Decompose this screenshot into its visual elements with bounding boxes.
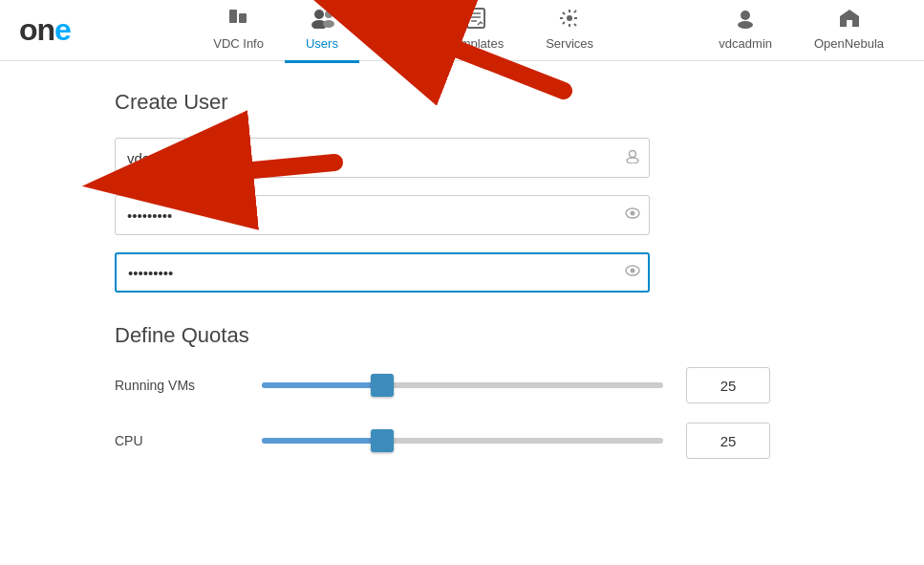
nav-templates[interactable]: Templates	[426, 0, 525, 63]
define-quotas-title: Define Quotas	[115, 323, 809, 348]
nav-right: vdcadmin OpenNebula	[698, 0, 905, 63]
running-vms-label: Running VMs	[115, 378, 239, 393]
svg-rect-6	[381, 9, 391, 18]
cpu-label: CPU	[115, 433, 239, 448]
svg-point-15	[627, 158, 638, 163]
svg-point-5	[323, 20, 334, 28]
nav-vms-label: VMs	[380, 36, 405, 51]
nav-vdcadmin-label: vdcadmin	[719, 36, 772, 51]
cpu-thumb[interactable]	[371, 429, 394, 452]
logo-o: o	[19, 12, 37, 47]
main-nav: VDC Info Users VMs Templates Services	[109, 0, 698, 63]
confirm-password-input[interactable]	[115, 252, 650, 293]
password-input[interactable]	[115, 195, 650, 235]
running-vms-track	[262, 382, 663, 388]
create-user-title: Create User	[115, 90, 809, 115]
cpu-value-box: 25	[686, 423, 770, 459]
opennebula-icon	[838, 8, 861, 34]
svg-point-11	[567, 15, 572, 21]
cpu-fill	[262, 438, 382, 444]
logo-e: e	[54, 12, 71, 47]
running-vms-slider-wrapper	[262, 375, 663, 396]
nav-vms[interactable]: VMs	[359, 0, 426, 63]
nav-vdc-info[interactable]: VDC Info	[192, 0, 285, 63]
nav-services[interactable]: Services	[525, 0, 614, 63]
cpu-track	[262, 438, 663, 444]
logo-n: n	[37, 12, 55, 47]
svg-point-2	[314, 10, 324, 19]
running-vms-fill	[262, 382, 382, 388]
running-vms-slider-container	[262, 375, 663, 396]
nav-opennebula[interactable]: OpenNebula	[793, 0, 905, 63]
nav-opennebula-label: OpenNebula	[814, 36, 884, 51]
header: one VDC Info Users VMs Templates	[0, 0, 924, 61]
username-icon	[625, 148, 640, 167]
running-vms-value-box: 25	[686, 367, 770, 403]
main-content: Create User Define Quotas Running	[0, 61, 924, 507]
svg-point-14	[630, 151, 636, 158]
running-vms-quota-row: Running VMs 25	[115, 367, 809, 403]
cpu-value: 25	[720, 433, 737, 449]
vdcadmin-icon	[735, 8, 756, 34]
confirm-password-group	[115, 252, 809, 293]
running-vms-thumb[interactable]	[371, 374, 394, 397]
svg-point-17	[631, 211, 635, 216]
logo: one	[19, 12, 71, 48]
username-group	[115, 138, 809, 178]
svg-rect-0	[229, 10, 237, 23]
svg-rect-9	[393, 20, 402, 29]
nav-services-label: Services	[546, 36, 593, 51]
nav-vdcadmin[interactable]: vdcadmin	[698, 0, 793, 63]
confirm-password-toggle-icon[interactable]	[625, 263, 640, 282]
svg-point-19	[631, 269, 635, 273]
nav-users[interactable]: Users	[285, 0, 359, 63]
svg-rect-7	[393, 9, 402, 18]
username-input-wrapper	[115, 138, 650, 178]
cpu-slider-container	[262, 430, 663, 451]
password-toggle-icon[interactable]	[625, 206, 640, 225]
username-input[interactable]	[115, 138, 650, 178]
nav-templates-label: Templates	[447, 36, 504, 51]
password-group	[115, 195, 809, 235]
svg-rect-1	[239, 13, 247, 23]
svg-rect-8	[381, 20, 391, 29]
users-icon	[310, 8, 334, 34]
confirm-password-input-wrapper	[115, 252, 650, 293]
cpu-quota-row: CPU 25	[115, 423, 809, 459]
cpu-slider-wrapper	[262, 430, 663, 451]
svg-rect-10	[467, 9, 484, 28]
svg-point-4	[325, 11, 333, 18]
vms-icon	[380, 8, 405, 34]
svg-point-13	[738, 21, 753, 29]
services-icon	[558, 8, 581, 34]
templates-icon	[465, 8, 486, 34]
svg-point-12	[741, 11, 750, 20]
nav-vdc-info-label: VDC Info	[213, 36, 264, 51]
password-input-wrapper	[115, 195, 650, 235]
vdc-info-icon	[227, 8, 250, 34]
nav-users-label: Users	[306, 36, 338, 51]
running-vms-value: 25	[720, 378, 737, 394]
